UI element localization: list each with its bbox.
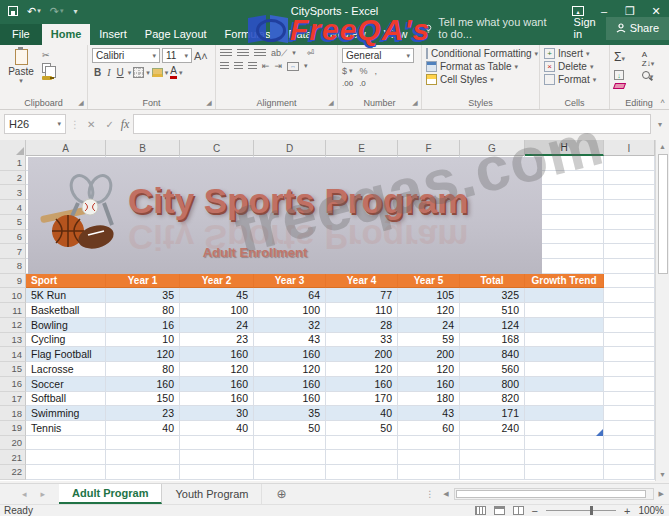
percent-style-icon[interactable]: %: [360, 66, 368, 76]
cell-C16[interactable]: 160: [180, 377, 254, 392]
column-header-b[interactable]: B: [106, 140, 180, 156]
cell-B12[interactable]: 16: [106, 318, 180, 333]
cell-I14[interactable]: [604, 347, 655, 362]
insert-button[interactable]: +Insert▾: [544, 48, 606, 59]
row-header-21[interactable]: 21: [0, 450, 26, 465]
fill-down-icon[interactable]: ↓: [614, 70, 624, 80]
cell-C13[interactable]: 23: [180, 333, 254, 348]
splitter-handle[interactable]: ⋮: [425, 489, 434, 499]
fill-handle-marker[interactable]: [596, 429, 603, 436]
clear-icon[interactable]: [613, 83, 626, 89]
cell-B13[interactable]: 10: [106, 333, 180, 348]
share-button[interactable]: Share: [606, 17, 669, 40]
prev-sheet-icon[interactable]: ◂: [22, 489, 27, 499]
clipboard-dialog-launcher[interactable]: ◢: [77, 99, 85, 107]
cell-D13[interactable]: 43: [254, 333, 326, 348]
row-header-16[interactable]: 16: [0, 377, 26, 392]
row-header-11[interactable]: 11: [0, 303, 26, 318]
cell-A10[interactable]: 5K Run: [26, 288, 106, 303]
cell-I13[interactable]: [604, 333, 655, 348]
cell-D10[interactable]: 64: [254, 288, 326, 303]
delete-button[interactable]: ×Delete▾: [544, 61, 606, 72]
autosum-icon[interactable]: Σ▾: [614, 50, 636, 68]
cell-E11[interactable]: 110: [326, 303, 398, 318]
column-header-d[interactable]: D: [254, 140, 326, 156]
row-header-6[interactable]: 6: [0, 230, 26, 245]
scroll-up-icon[interactable]: ▲: [659, 140, 666, 153]
scroll-right-icon[interactable]: ▶: [656, 490, 667, 498]
row-header-14[interactable]: 14: [0, 347, 26, 362]
cell-styles-button[interactable]: Cell Styles▾: [426, 74, 536, 85]
cut-icon[interactable]: ✂: [42, 50, 52, 60]
vertical-scroll-thumb[interactable]: [658, 154, 668, 274]
cell-B19[interactable]: 40: [106, 421, 180, 436]
page-layout-view-icon[interactable]: [494, 506, 505, 515]
cell-I3[interactable]: [604, 185, 655, 200]
cell-D14[interactable]: 160: [254, 347, 326, 362]
cell-B14[interactable]: 120: [106, 347, 180, 362]
normal-view-icon[interactable]: [475, 506, 486, 515]
row-header-18[interactable]: 18: [0, 406, 26, 421]
sheet-tab-adult-program[interactable]: Adult Program: [59, 484, 162, 504]
cell-B15[interactable]: 80: [106, 362, 180, 377]
cell-E12[interactable]: 28: [326, 318, 398, 333]
cell-D12[interactable]: 32: [254, 318, 326, 333]
grow-font-icon[interactable]: A˄: [194, 50, 208, 62]
enter-formula-icon[interactable]: ✓: [102, 119, 116, 130]
cell-D15[interactable]: 120: [254, 362, 326, 377]
cell-D17[interactable]: 160: [254, 392, 326, 407]
row-header-4[interactable]: 4: [0, 200, 26, 215]
font-dialog-launcher[interactable]: ◢: [205, 99, 213, 107]
decrease-decimal-icon[interactable]: .0: [359, 79, 366, 88]
cell-G18[interactable]: 171: [460, 406, 525, 421]
cell-B11[interactable]: 80: [106, 303, 180, 318]
scroll-left-icon[interactable]: ◀: [440, 490, 451, 498]
cell-I2[interactable]: [604, 171, 655, 186]
cell-F18[interactable]: 43: [398, 406, 460, 421]
horizontal-scrollbar[interactable]: ⋮ ◀ ▶: [425, 484, 669, 504]
conditional-formatting-button[interactable]: Conditional Formatting▾: [426, 48, 536, 59]
cell-A20[interactable]: [26, 436, 106, 451]
cell-I10[interactable]: [604, 288, 655, 303]
row-header-1[interactable]: 1: [0, 156, 26, 171]
row-header-2[interactable]: 2: [0, 171, 26, 186]
cell-I7[interactable]: [604, 244, 655, 259]
tell-me-box[interactable]: Tell me what you want to do...: [416, 12, 563, 45]
cell-I4[interactable]: [604, 200, 655, 215]
cell-H17[interactable]: [525, 392, 604, 407]
cell-A13[interactable]: Cycling: [26, 333, 106, 348]
align-center-icon[interactable]: [234, 62, 243, 71]
cell-I12[interactable]: [604, 318, 655, 333]
cell-A17[interactable]: Softball: [26, 392, 106, 407]
cell-E21[interactable]: [326, 450, 398, 465]
alignment-dialog-launcher[interactable]: ◢: [327, 99, 335, 107]
fill-color-icon[interactable]: [152, 68, 163, 77]
cell-H11[interactable]: [525, 303, 604, 318]
cell-E14[interactable]: 200: [326, 347, 398, 362]
cell-I16[interactable]: [604, 377, 655, 392]
next-sheet-icon[interactable]: ▸: [41, 489, 46, 499]
cell-G22[interactable]: [460, 465, 525, 480]
cell-I1[interactable]: [604, 156, 655, 171]
cell-F14[interactable]: 200: [398, 347, 460, 362]
cell-A18[interactable]: Swimming: [26, 406, 106, 421]
row-header-8[interactable]: 8: [0, 259, 26, 274]
cell-H22[interactable]: [525, 465, 604, 480]
font-name-select[interactable]: Calibri▾: [92, 48, 160, 63]
cell-E15[interactable]: 120: [326, 362, 398, 377]
align-right-icon[interactable]: [248, 62, 257, 71]
align-middle-icon[interactable]: [237, 49, 249, 58]
cell-A9[interactable]: Sport: [26, 274, 106, 289]
zoom-in-icon[interactable]: +: [624, 505, 630, 516]
cell-H20[interactable]: [525, 436, 604, 451]
cell-H16[interactable]: [525, 377, 604, 392]
cell-I19[interactable]: [604, 421, 655, 436]
cell-I6[interactable]: [604, 230, 655, 245]
row-header-22[interactable]: 22: [0, 465, 26, 480]
cell-E9[interactable]: Year 4: [326, 274, 398, 289]
cell-H15[interactable]: [525, 362, 604, 377]
cell-C14[interactable]: 160: [180, 347, 254, 362]
cell-A21[interactable]: [26, 450, 106, 465]
ribbon-tab-insert[interactable]: Insert: [90, 24, 136, 45]
zoom-out-icon[interactable]: −: [532, 505, 538, 516]
